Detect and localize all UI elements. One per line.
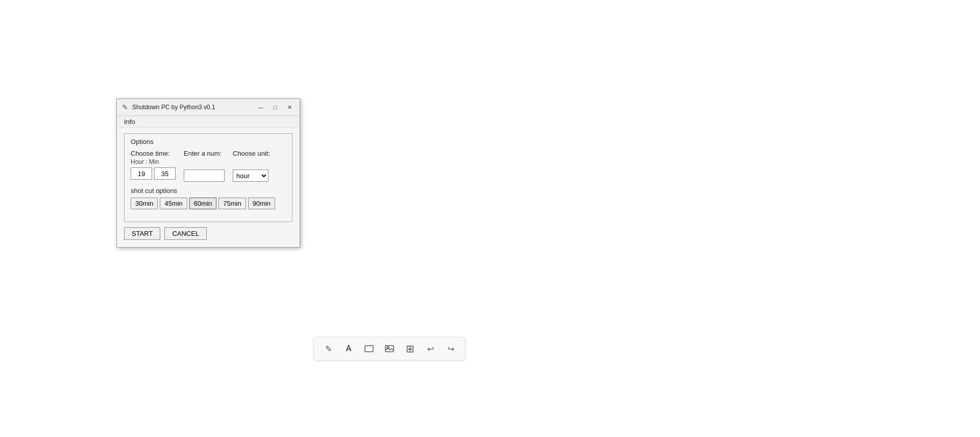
hour-min-inputs: [131, 167, 176, 180]
shortcut-label: shot cut options: [131, 187, 286, 195]
choose-unit-section: Choose unit: hour min: [233, 150, 270, 182]
shortcut-90min[interactable]: 90min: [248, 198, 275, 209]
hour-min-label: Hour : Min: [131, 158, 176, 165]
hour-input[interactable]: [131, 167, 152, 180]
choose-unit-label: Choose unit:: [233, 150, 270, 157]
options-group: Options Choose time: Hour : Min Enter a …: [124, 133, 292, 222]
redo-icon[interactable]: ↪: [444, 342, 458, 356]
enter-num-label: Enter a num:: [184, 150, 225, 157]
dialog-window: ✎ Shutdown PC by Python3 v0.1 — □ ✕ Info…: [116, 99, 300, 248]
frame-icon[interactable]: [362, 342, 376, 356]
bottom-toolbar: ✎ A ⊞ ↩ ↪: [313, 337, 465, 360]
close-button[interactable]: ✕: [283, 102, 296, 112]
title-bar-controls: — □ ✕: [255, 102, 296, 112]
time-row: Choose time: Hour : Min Enter a num: Cho…: [131, 150, 286, 182]
dialog-content: Options Choose time: Hour : Min Enter a …: [117, 128, 300, 247]
cancel-button[interactable]: CANCEL: [164, 227, 207, 240]
shortcut-45min[interactable]: 45min: [160, 198, 187, 209]
minimize-button[interactable]: —: [255, 102, 267, 112]
title-bar-left: ✎ Shutdown PC by Python3 v0.1: [121, 103, 215, 111]
num-input[interactable]: [184, 169, 225, 182]
menu-bar: Info: [117, 116, 300, 128]
shortcut-75min[interactable]: 75min: [218, 198, 246, 209]
maximize-button[interactable]: □: [269, 102, 281, 112]
add-icon[interactable]: ⊞: [403, 342, 417, 356]
pen-icon[interactable]: ✎: [321, 342, 335, 356]
app-icon: ✎: [121, 103, 129, 111]
start-button[interactable]: START: [124, 227, 160, 240]
svg-rect-0: [365, 346, 373, 352]
action-buttons: START CANCEL: [124, 227, 292, 240]
shortcut-30min[interactable]: 30min: [131, 198, 158, 209]
text-icon[interactable]: A: [341, 342, 356, 356]
min-input[interactable]: [154, 167, 176, 180]
image-icon[interactable]: [382, 342, 397, 356]
enter-num-section: Enter a num:: [184, 150, 225, 182]
menu-info[interactable]: Info: [121, 117, 138, 127]
choose-time-label: Choose time:: [131, 150, 176, 157]
window-title: Shutdown PC by Python3 v0.1: [132, 104, 215, 111]
shortcut-buttons: 30min 45min 60min 75min 90min: [131, 198, 286, 209]
title-bar: ✎ Shutdown PC by Python3 v0.1 — □ ✕: [117, 99, 300, 116]
choose-time-section: Choose time: Hour : Min: [131, 150, 176, 180]
unit-select[interactable]: hour min: [233, 169, 268, 182]
options-legend: Options: [131, 138, 286, 145]
shortcut-60min[interactable]: 60min: [189, 198, 216, 209]
undo-icon[interactable]: ↩: [423, 342, 437, 356]
svg-rect-1: [385, 346, 394, 352]
